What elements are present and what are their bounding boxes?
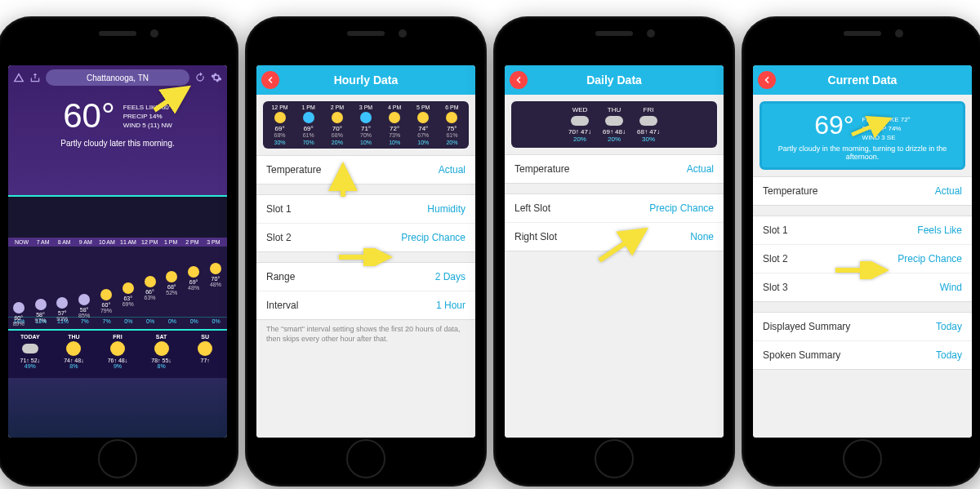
hour-label: 10 AM bbox=[96, 239, 117, 245]
row-label: Slot 1 bbox=[763, 224, 788, 236]
precip-val: 0% bbox=[162, 318, 184, 329]
gear-icon[interactable] bbox=[211, 72, 222, 83]
hourly-chart[interactable]: 60°89%58°97%57°93%58°85%60°79%63°69%66°6… bbox=[8, 247, 227, 317]
share-icon[interactable] bbox=[29, 72, 41, 83]
day-col[interactable]: SU77↑ bbox=[183, 331, 227, 378]
precip-val: 0% bbox=[118, 318, 140, 329]
phone-1: Chattanooga, TN 60° FEELS LIKE 60° PRECI… bbox=[0, 16, 238, 487]
settings-row[interactable]: Slot 2Precip Chance bbox=[256, 224, 475, 251]
row-label: Interval bbox=[266, 300, 298, 311]
hourly-preview: 12 PM69°68%30%1 PM69°61%70%2 PM70°68%20%… bbox=[263, 101, 469, 149]
row-label: Slot 2 bbox=[266, 232, 292, 243]
row-label: Range bbox=[266, 271, 295, 282]
feels-like: FEELS LIKE 60° bbox=[123, 103, 172, 112]
hour-col: 70°48% bbox=[205, 263, 225, 317]
row-label: Temperature bbox=[266, 164, 321, 176]
scene-graphic bbox=[8, 195, 227, 238]
row-value: Actual bbox=[439, 164, 466, 176]
row-value: Today bbox=[936, 321, 962, 332]
page-title: Hourly Data bbox=[334, 73, 399, 87]
precip-val: 0% bbox=[183, 318, 205, 329]
hour-col: 60°89% bbox=[8, 302, 29, 317]
settings-row[interactable]: TemperatureActual bbox=[256, 156, 475, 184]
hour-label: 11 AM bbox=[118, 239, 138, 245]
hour-label: 9 AM bbox=[75, 239, 96, 245]
topbar: Current Data bbox=[753, 65, 972, 95]
precip-chance: PRECIP 14% bbox=[123, 112, 172, 121]
row-value: Precip Chance bbox=[649, 202, 714, 214]
warning-icon[interactable] bbox=[13, 72, 24, 83]
weather-summary: Partly cloudy later this morning. bbox=[8, 139, 227, 148]
row-value: Today bbox=[936, 349, 962, 361]
phone-4: Current Data 69° FEELS LIKE 72° PRECIP 7… bbox=[742, 16, 980, 487]
row-value: Humidity bbox=[427, 203, 466, 215]
back-button[interactable] bbox=[758, 71, 776, 89]
hour-label: NOW bbox=[11, 239, 32, 245]
row-value: Actual bbox=[935, 185, 962, 197]
precip-val: 0% bbox=[205, 318, 227, 329]
preview-precip: PRECIP 74% bbox=[862, 124, 911, 133]
hour-col: 63°69% bbox=[118, 282, 138, 317]
row-value: Feels Like bbox=[917, 224, 962, 236]
day-col[interactable]: THU74↑ 48↓8% bbox=[52, 331, 96, 378]
settings-row[interactable]: TemperatureActual bbox=[505, 155, 724, 183]
hour-col: 58°85% bbox=[74, 294, 94, 317]
row-value: 2 Days bbox=[435, 271, 466, 282]
row-label: Slot 3 bbox=[763, 282, 788, 293]
day-col[interactable]: FRI76↑ 48↓9% bbox=[96, 331, 140, 378]
row-label: Slot 2 bbox=[763, 253, 788, 265]
row-value: 1 Hour bbox=[436, 300, 466, 311]
settings-row[interactable]: Interval1 Hour bbox=[256, 291, 475, 319]
settings-row[interactable]: Displayed SummaryToday bbox=[753, 313, 972, 341]
preview-feels: FEELS LIKE 72° bbox=[862, 115, 911, 124]
settings-row[interactable]: Slot 1Humidity bbox=[256, 195, 475, 224]
weather-main-screen: Chattanooga, TN 60° FEELS LIKE 60° PRECI… bbox=[8, 65, 227, 438]
hour-label: 7 AM bbox=[33, 239, 53, 245]
hour-label: 8 AM bbox=[54, 239, 74, 245]
location-pill[interactable]: Chattanooga, TN bbox=[46, 69, 189, 86]
precip-val: 7% bbox=[96, 318, 118, 329]
settings-row[interactable]: TemperatureActual bbox=[753, 177, 972, 205]
phone-3: Daily Data WED70↑ 47↓20%THU69↑ 48↓20%FRI… bbox=[493, 16, 735, 487]
hour-label: 2 PM bbox=[182, 239, 203, 245]
preview-temp: 69° bbox=[814, 110, 853, 143]
row-value: Precip Chance bbox=[401, 232, 466, 243]
footnote: The "smart" interval setting shows the f… bbox=[256, 320, 475, 349]
hour-col: 66°63% bbox=[140, 276, 160, 317]
preview-summary: Partly cloudy in the morning, turning to… bbox=[767, 144, 958, 161]
day-col[interactable]: SAT78↑ 55↓8% bbox=[140, 331, 184, 378]
refresh-icon[interactable] bbox=[194, 72, 206, 83]
settings-row[interactable]: Spoken SummaryToday bbox=[753, 341, 972, 369]
hour-label: 1 PM bbox=[161, 239, 181, 245]
hour-col: 60°79% bbox=[96, 289, 116, 317]
page-title: Current Data bbox=[828, 73, 898, 87]
settings-row[interactable]: Slot 1Feels Like bbox=[753, 216, 972, 245]
wind: WIND 5 (11) NW bbox=[123, 121, 172, 130]
settings-row[interactable]: Left SlotPrecip Chance bbox=[505, 194, 724, 223]
topbar: Hourly Data bbox=[256, 65, 475, 95]
day-col[interactable]: TODAY71↑ 52↓49% bbox=[8, 331, 52, 378]
settings-row[interactable]: Slot 3Wind bbox=[753, 273, 972, 301]
precip-val: 0% bbox=[140, 318, 162, 329]
daily-preview: WED70↑ 47↓20%THU69↑ 48↓20%FRI68↑ 47↓30% bbox=[511, 101, 717, 148]
back-button[interactable] bbox=[510, 71, 528, 89]
row-value: Wind bbox=[940, 282, 962, 293]
hour-col: 68°52% bbox=[162, 271, 182, 317]
settings-row[interactable]: Range2 Days bbox=[256, 263, 475, 291]
settings-row[interactable]: Right SlotNone bbox=[505, 223, 724, 251]
back-button[interactable] bbox=[261, 71, 279, 89]
row-label: Temperature bbox=[514, 163, 569, 175]
row-label: Slot 1 bbox=[266, 203, 292, 215]
topbar: Daily Data bbox=[505, 65, 724, 95]
current-temp: 60° bbox=[63, 96, 115, 136]
row-value: Precip Chance bbox=[898, 253, 962, 265]
hour-col: 57°93% bbox=[52, 297, 73, 317]
daily-forecast[interactable]: TODAY71↑ 52↓49%THU74↑ 48↓8%FRI76↑ 48↓9%S… bbox=[8, 331, 227, 378]
hour-label: 3 PM bbox=[203, 239, 224, 245]
row-label: Right Slot bbox=[514, 231, 557, 242]
phone-2: Hourly Data 12 PM69°68%30%1 PM69°61%70%2… bbox=[245, 16, 487, 487]
settings-row[interactable]: Slot 2Precip Chance bbox=[753, 245, 972, 273]
row-label: Left Slot bbox=[514, 202, 550, 214]
row-label: Spoken Summary bbox=[763, 349, 840, 361]
precip-val: 7% bbox=[74, 318, 96, 329]
